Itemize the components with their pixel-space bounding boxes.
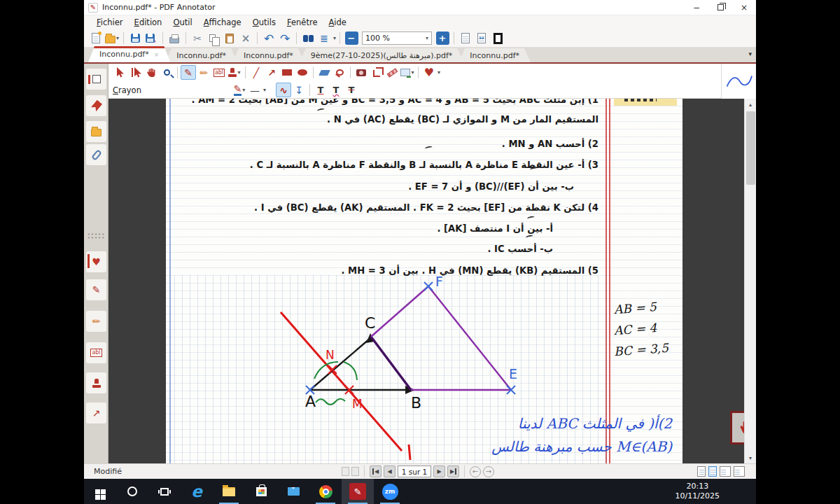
minimize-button[interactable]: −	[685, 0, 708, 15]
chrome-taskbar-button[interactable]	[309, 479, 342, 504]
paste-button[interactable]	[222, 31, 237, 46]
first-page-button[interactable]: ◀	[370, 465, 382, 477]
undo-button[interactable]: ↶	[261, 31, 276, 46]
cut-button[interactable]: ✂	[190, 31, 205, 46]
menu-fenetre[interactable]: Fenêtre	[281, 16, 323, 29]
menu-affichage[interactable]: Affichage	[198, 16, 247, 29]
menu-aide[interactable]: Aide	[323, 16, 351, 29]
menu-edition[interactable]: Edition	[129, 16, 168, 29]
tab-inconnu-2[interactable]: Inconnu.pdf*	[165, 48, 237, 62]
stamp-tool-shortcut[interactable]	[86, 372, 106, 393]
tab-9eme-thales[interactable]: 9ème(27-10-2025)(مبرهنة طالس).pdf*	[300, 48, 463, 62]
save-as-button[interactable]: ✎	[144, 31, 159, 46]
select-text-tool[interactable]	[128, 65, 144, 80]
search-button[interactable]	[300, 31, 316, 46]
zoom-out-button[interactable]: −	[344, 31, 359, 46]
tab-list-dropdown[interactable]: ▾	[748, 50, 752, 57]
fit-page-button[interactable]	[458, 31, 473, 46]
zoom-level-combobox[interactable]: 100 %▾	[362, 31, 432, 45]
pan-tool[interactable]	[144, 65, 159, 80]
tab-inconnu-3[interactable]: Inconnu.pdf*	[232, 48, 304, 62]
menu-outil[interactable]: Outil	[167, 16, 197, 29]
line-tool[interactable]: ╱	[248, 65, 264, 80]
tab-close-icon[interactable]: ×	[154, 51, 160, 58]
text-squiggle-button[interactable]: T	[328, 83, 344, 97]
print-button[interactable]	[167, 31, 182, 46]
bookmarks-panel-button[interactable]	[86, 95, 106, 116]
tab-inconnu-4[interactable]: Inconnu.pdf*	[458, 48, 531, 62]
rectangle-tool[interactable]	[279, 65, 295, 80]
insert-image-tool[interactable]: ▾	[400, 65, 415, 80]
textbox-tool-shortcut[interactable]: abl	[86, 342, 106, 363]
text-box-tool[interactable]: abl	[211, 65, 227, 80]
favorites-tool-button[interactable]: ♥	[86, 251, 106, 272]
arrow-tool[interactable]: ↗	[264, 65, 279, 80]
vertical-scrollbar[interactable]: ▴ ▾	[744, 99, 756, 463]
task-view-button[interactable]	[148, 479, 181, 504]
zoom-tool[interactable]	[159, 65, 174, 80]
close-button[interactable]: ×	[732, 0, 756, 15]
previous-page-button[interactable]: ◀	[384, 465, 396, 477]
pages-panel-button[interactable]	[86, 69, 106, 90]
scroll-up-arrow[interactable]: ▴	[745, 99, 756, 110]
zoom-in-button[interactable]: +	[435, 31, 450, 46]
restore-button[interactable]	[708, 0, 732, 15]
panel-splitter-handle[interactable]: ••••••••••	[86, 226, 106, 247]
floating-pan-button[interactable]	[730, 411, 744, 444]
files-panel-button[interactable]	[86, 121, 106, 142]
line-width-button[interactable]: —	[247, 83, 262, 97]
full-page-view-button[interactable]	[490, 31, 505, 46]
file-explorer-taskbar-button[interactable]	[213, 479, 245, 504]
next-view-icon[interactable]	[351, 467, 359, 476]
ellipse-tool[interactable]	[295, 65, 310, 80]
save-button[interactable]	[127, 31, 143, 46]
pen-tool[interactable]: ✎	[181, 65, 196, 80]
annotations-list-button[interactable]: ≣	[316, 31, 332, 46]
next-page-button[interactable]: ▶	[433, 465, 445, 477]
favorites-tool[interactable]: ♥	[421, 65, 437, 80]
highlighter-tool[interactable]: ✏	[196, 65, 211, 80]
text-strikeout-button[interactable]: T	[344, 83, 359, 97]
copy-button[interactable]	[206, 31, 221, 46]
previous-view-icon[interactable]	[342, 467, 349, 476]
history-back-button[interactable]: ←	[470, 466, 481, 477]
attachments-panel-button[interactable]	[86, 144, 106, 165]
stamp-tool[interactable]: ▾	[227, 65, 242, 80]
history-forward-button[interactable]: →	[483, 466, 494, 477]
document-viewport[interactable]: 1) إبن مثلث ABC بحيث AB = 5 و AC = 4 و B…	[108, 99, 744, 463]
pdf-page[interactable]: 1) إبن مثلث ABC بحيث AB = 5 و AC = 4 و B…	[166, 99, 682, 463]
smooth-curve-toggle[interactable]: ∿	[276, 83, 291, 97]
pen-stroke-preview[interactable]	[721, 64, 756, 99]
text-underline-button[interactable]: T	[313, 83, 328, 97]
scrollbar-thumb[interactable]	[746, 111, 755, 185]
arrow-tool-shortcut[interactable]: ↗	[86, 402, 106, 424]
pen-color-button[interactable]: ✎▾	[232, 83, 247, 97]
edge-taskbar-button[interactable]: e	[181, 479, 213, 504]
open-button[interactable]: ▾	[104, 31, 120, 46]
pen-pressure-toggle[interactable]: ↧	[291, 83, 307, 97]
lasso-tool[interactable]	[332, 65, 347, 80]
fit-width-button[interactable]	[474, 31, 489, 46]
store-taskbar-button[interactable]	[245, 479, 277, 504]
page-indicator-input[interactable]: 1 sur 1	[398, 465, 431, 477]
scroll-down-arrow[interactable]: ▾	[745, 452, 756, 463]
two-page-continuous-layout-button[interactable]	[734, 466, 745, 477]
last-page-button[interactable]: ▶	[447, 465, 459, 477]
pen-tool-shortcut[interactable]: ✎	[86, 279, 106, 300]
cortana-button[interactable]	[116, 479, 148, 504]
two-page-layout-button[interactable]	[720, 466, 731, 477]
new-document-button[interactable]	[88, 31, 104, 46]
pdf-annotator-taskbar-button[interactable]: ✎	[342, 479, 374, 504]
snapshot-tool[interactable]	[354, 65, 369, 80]
crop-tool[interactable]	[369, 65, 384, 80]
measure-tool[interactable]	[384, 65, 400, 80]
tab-inconnu-1[interactable]: Inconnu.pdf*×	[88, 46, 170, 62]
eraser-tool[interactable]	[316, 65, 332, 80]
mail-taskbar-button[interactable]	[277, 479, 309, 504]
zoom-taskbar-button[interactable]: zm	[374, 479, 406, 504]
menu-outils[interactable]: Outils	[247, 16, 281, 29]
continuous-layout-button[interactable]	[708, 466, 717, 477]
start-button[interactable]	[84, 479, 116, 504]
menu-fichier[interactable]: Fichier	[91, 16, 129, 29]
select-tool[interactable]	[113, 65, 128, 80]
